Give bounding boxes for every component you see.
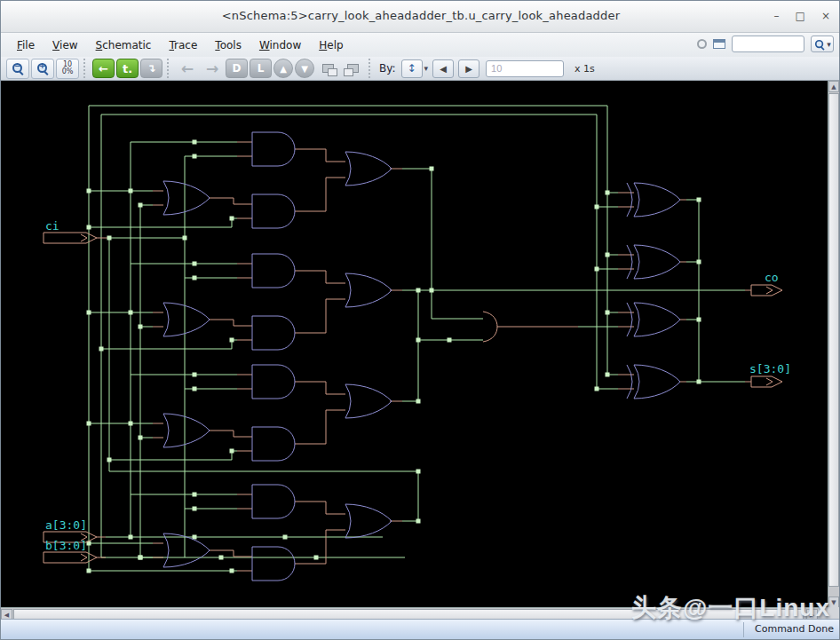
and-gate[interactable] xyxy=(252,132,295,166)
step-mode-button[interactable]: ↕ xyxy=(401,59,423,78)
port-label-a: a[3:0] xyxy=(45,518,87,532)
or-gate[interactable] xyxy=(345,504,392,538)
zoom-out-button[interactable]: − xyxy=(6,59,29,79)
port-label-s: s[3:0] xyxy=(749,362,791,375)
application-window: <nSchema:5>carry_look_aheadadder_tb.u_ca… xyxy=(0,0,840,640)
menu-window[interactable]: Window xyxy=(250,36,310,54)
toolbar-separator xyxy=(167,59,171,78)
xor-gate[interactable] xyxy=(634,245,680,279)
left-arrow-icon: ← xyxy=(181,59,194,77)
back-to-source-button[interactable]: ← xyxy=(92,59,115,78)
step-forward-button[interactable]: ▶ xyxy=(458,59,479,78)
step-mode-caret-icon[interactable]: ▾ xyxy=(424,64,429,73)
pop-view-button[interactable] xyxy=(341,59,364,79)
zoom-in-icon: + xyxy=(36,62,49,75)
step-back-icon: ◀ xyxy=(440,64,447,74)
minimize-button[interactable]: – xyxy=(774,8,780,24)
load-button[interactable]: L xyxy=(250,59,272,78)
driver-button[interactable]: D xyxy=(226,59,248,78)
or-gate[interactable] xyxy=(163,181,210,215)
new-window-icon[interactable] xyxy=(713,39,725,49)
trace-button[interactable]: t. xyxy=(116,59,139,78)
descend-arrow-icon: ↴ xyxy=(147,62,155,75)
down-arrow-icon: ▼ xyxy=(301,64,308,74)
menu-bar: File View Schematic Trace Tools Window H… xyxy=(1,33,840,57)
step-forward-icon: ▶ xyxy=(465,64,472,74)
port-label-b: b[3:0] xyxy=(45,539,87,552)
scroll-up-button[interactable]: ▲ xyxy=(828,81,839,92)
menu-help[interactable]: Help xyxy=(310,36,352,54)
search-input[interactable] xyxy=(732,36,804,52)
close-button[interactable]: × xyxy=(821,8,830,24)
and-gate[interactable] xyxy=(252,365,295,399)
and-gate[interactable] xyxy=(252,485,295,518)
or-gate[interactable] xyxy=(163,303,210,336)
menu-trace[interactable]: Trace xyxy=(160,36,206,54)
search-button[interactable]: ▾ xyxy=(811,36,834,52)
back-arrow-icon: ← xyxy=(99,62,108,75)
or-gate[interactable] xyxy=(163,414,210,447)
down-hierarchy-button[interactable]: ▼ xyxy=(295,59,314,78)
window-title: <nSchema:5>carry_look_aheadadder_tb.u_ca… xyxy=(1,9,840,22)
and-gate[interactable] xyxy=(252,254,295,288)
and-gate[interactable] xyxy=(252,194,295,228)
port-label-co: co xyxy=(765,271,779,284)
time-scale-label: x 1s xyxy=(575,63,595,75)
right-arrow-icon: → xyxy=(206,59,218,77)
push-window-icon xyxy=(322,64,334,73)
refresh-icon[interactable] xyxy=(697,39,707,49)
menu-tools[interactable]: Tools xyxy=(206,36,250,54)
or-gate[interactable] xyxy=(345,152,392,186)
xor-gate[interactable] xyxy=(634,365,680,399)
and-gate[interactable] xyxy=(252,547,295,581)
and-gate[interactable] xyxy=(252,427,295,461)
zoom-in-button[interactable]: + xyxy=(31,59,54,79)
menu-view[interactable]: View xyxy=(44,36,86,54)
zoom-100-icon: 100% xyxy=(59,61,76,75)
up-hierarchy-button[interactable]: ▲ xyxy=(273,59,293,78)
port-label-ci: ci xyxy=(45,219,59,233)
load-icon: L xyxy=(258,62,265,75)
and-gate[interactable] xyxy=(252,316,295,350)
xor-gate[interactable] xyxy=(634,183,680,217)
step-back-button[interactable]: ◀ xyxy=(432,59,454,78)
maximize-button[interactable]: □ xyxy=(796,8,805,24)
zoom-out-icon: − xyxy=(12,62,24,75)
vertical-scrollbar[interactable]: ▲ ▼ xyxy=(828,81,839,608)
search-menu-caret-icon[interactable]: ▾ xyxy=(827,40,831,49)
toolbar-separator xyxy=(83,59,88,78)
descend-button[interactable]: ↴ xyxy=(140,59,162,78)
driver-icon: D xyxy=(233,62,242,75)
trace-icon: t. xyxy=(123,62,132,75)
push-view-button[interactable] xyxy=(316,59,339,79)
step-icon: ↕ xyxy=(407,62,416,75)
or-gate[interactable] xyxy=(163,533,210,567)
pop-window-icon xyxy=(347,64,359,73)
history-back-button[interactable]: ← xyxy=(176,59,199,79)
carry-lookahead-schematic[interactable]: cia[3:0]b[3:0]cos[3:0] xyxy=(1,81,829,607)
xor-gate[interactable] xyxy=(634,303,680,336)
toolbar-separator xyxy=(368,59,373,78)
up-arrow-icon: ▲ xyxy=(280,64,287,74)
search-icon xyxy=(814,39,825,50)
watermark-text: 头条@一口Linux xyxy=(631,591,830,625)
zoom-100-button[interactable]: 100% xyxy=(56,59,79,79)
menu-file[interactable]: File xyxy=(8,36,44,54)
step-amount-input[interactable] xyxy=(486,60,564,77)
vertical-scroll-thumb[interactable] xyxy=(828,93,839,587)
by-label: By: xyxy=(379,62,396,75)
or-gate[interactable] xyxy=(345,273,392,307)
or-gate[interactable] xyxy=(345,384,392,418)
toolbar: − + 100% ← t. ↴ ← → D L ▲ ▼ By: ↕ ▾ ◀ ▶ … xyxy=(1,57,840,81)
menu-schematic[interactable]: Schematic xyxy=(87,36,161,54)
schematic-canvas[interactable]: cia[3:0]b[3:0]cos[3:0] xyxy=(1,81,829,607)
title-bar: <nSchema:5>carry_look_aheadadder_tb.u_ca… xyxy=(1,1,840,33)
history-forward-button[interactable]: → xyxy=(201,59,224,79)
